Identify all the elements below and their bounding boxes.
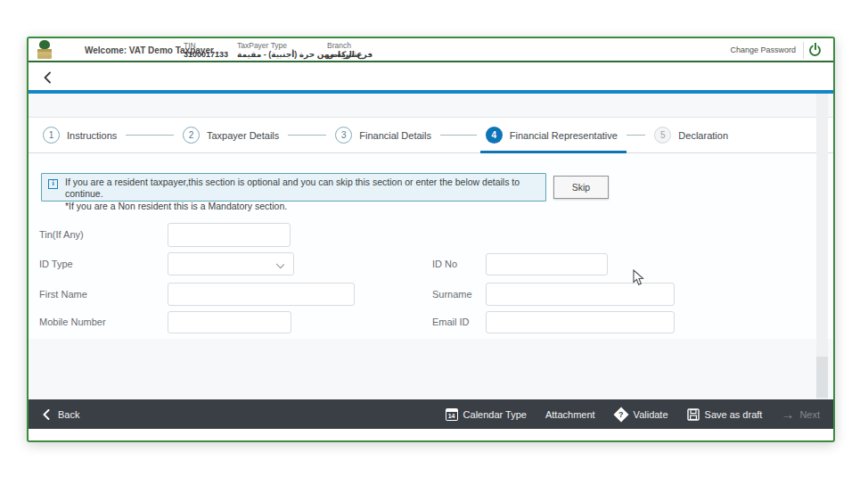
calendar-type-label: Calendar Type	[463, 409, 527, 420]
step-1-label: Instructions	[67, 130, 117, 141]
email-id-input[interactable]	[486, 311, 675, 333]
back-chevron-icon	[42, 409, 51, 420]
back-button[interactable]: Back	[42, 409, 79, 420]
tin-if-any-label: Tin(If Any)	[39, 223, 84, 247]
step-connector	[440, 135, 477, 136]
next-button[interactable]: → Next	[781, 409, 820, 420]
surname-input[interactable]	[486, 283, 675, 306]
first-name-input[interactable]	[168, 283, 355, 306]
back-chevron-icon[interactable]	[42, 71, 54, 84]
back-label: Back	[58, 409, 79, 420]
step-financial-details[interactable]: 3 Financial Details	[335, 118, 431, 152]
validate-label: Validate	[634, 409, 668, 420]
validate-button[interactable]: ? Validate	[614, 409, 668, 420]
sub-header	[29, 64, 833, 90]
resident-notice-box: i If you are a resident taxpayer,this se…	[41, 173, 546, 201]
id-type-label: ID Type	[39, 252, 73, 276]
notice-line-2: *If you are a Non resident this is a Man…	[65, 201, 540, 212]
emblem-base	[37, 49, 52, 59]
top-header: Welcome: VAT Demo Taxpayer . TIN 3100017…	[29, 38, 833, 62]
mobile-number-input[interactable]	[168, 311, 291, 333]
power-icon	[809, 45, 821, 56]
id-no-label: ID No	[432, 253, 457, 276]
step-connector	[126, 135, 174, 136]
gazt-emblem-logo	[37, 40, 53, 60]
step-5-label: Declaration	[678, 130, 728, 141]
branch-block: Branch فرع الرياض	[327, 41, 373, 60]
palm-icon	[39, 40, 50, 49]
change-password-link[interactable]: Change Password	[730, 45, 796, 54]
info-icon: i	[48, 179, 58, 189]
attachment-button[interactable]: Attachment	[545, 409, 595, 420]
calendar-icon: 14	[446, 408, 458, 421]
step-3-label: Financial Details	[359, 130, 431, 141]
tin-label: TIN	[184, 41, 228, 50]
save-as-draft-button[interactable]: Save as draft	[687, 408, 763, 421]
save-as-draft-label: Save as draft	[705, 409, 763, 420]
mobile-number-label: Mobile Number	[39, 311, 106, 333]
branch-value: فرع الرياض	[327, 50, 373, 60]
step-2-circle: 2	[183, 127, 200, 144]
logout-power-button[interactable]	[803, 42, 826, 59]
step-5-circle: 5	[654, 127, 671, 144]
step-taxpayer-details[interactable]: 2 Taxpayer Details	[183, 118, 279, 152]
step-financial-representative[interactable]: 4 Financial Representative	[486, 118, 618, 152]
first-name-label: First Name	[39, 283, 87, 306]
id-no-input[interactable]	[486, 253, 608, 276]
calendar-type-button[interactable]: 14 Calendar Type	[446, 408, 527, 421]
wizard-stepper: 1 Instructions 2 Taxpayer Details 3 Fina…	[29, 117, 833, 153]
tin-value: 3100017133	[184, 50, 228, 60]
chevron-down-icon	[276, 260, 284, 268]
step-3-circle: 3	[335, 127, 352, 144]
save-floppy-icon	[687, 408, 700, 421]
tin-block: TIN 3100017133	[184, 41, 228, 60]
app-window: Welcome: VAT Demo Taxpayer . TIN 3100017…	[27, 37, 835, 442]
attachment-label: Attachment	[545, 409, 595, 420]
content-area: 1 Instructions 2 Taxpayer Details 3 Fina…	[29, 94, 833, 399]
footer-action-bar: Back 14 Calendar Type Attachment ? Valid…	[29, 399, 833, 429]
step-1-circle: 1	[43, 127, 60, 144]
vertical-scrollbar-thumb[interactable]	[816, 357, 828, 398]
tin-if-any-input[interactable]	[168, 223, 291, 247]
step-connector	[626, 135, 645, 136]
notice-line-1: If you are a resident taxpayer,this sect…	[65, 177, 540, 201]
next-arrow-icon: →	[781, 410, 794, 419]
step-instructions[interactable]: 1 Instructions	[43, 118, 117, 152]
step-4-circle: 4	[486, 127, 503, 144]
surname-label: Surname	[432, 283, 472, 306]
next-label: Next	[799, 409, 820, 420]
id-type-select[interactable]	[168, 252, 294, 276]
step-2-label: Taxpayer Details	[207, 130, 279, 141]
footer-right-actions: 14 Calendar Type Attachment ? Validate S…	[446, 408, 820, 421]
email-id-label: Email ID	[432, 311, 470, 333]
branch-label: Branch	[327, 41, 373, 50]
step-4-label: Financial Representative	[510, 130, 618, 141]
step-connector	[288, 135, 326, 136]
validate-diamond-icon: ?	[613, 407, 628, 422]
skip-button[interactable]: Skip	[553, 176, 609, 199]
step-declaration[interactable]: 5 Declaration	[654, 118, 728, 152]
vertical-scrollbar-track	[816, 94, 828, 399]
